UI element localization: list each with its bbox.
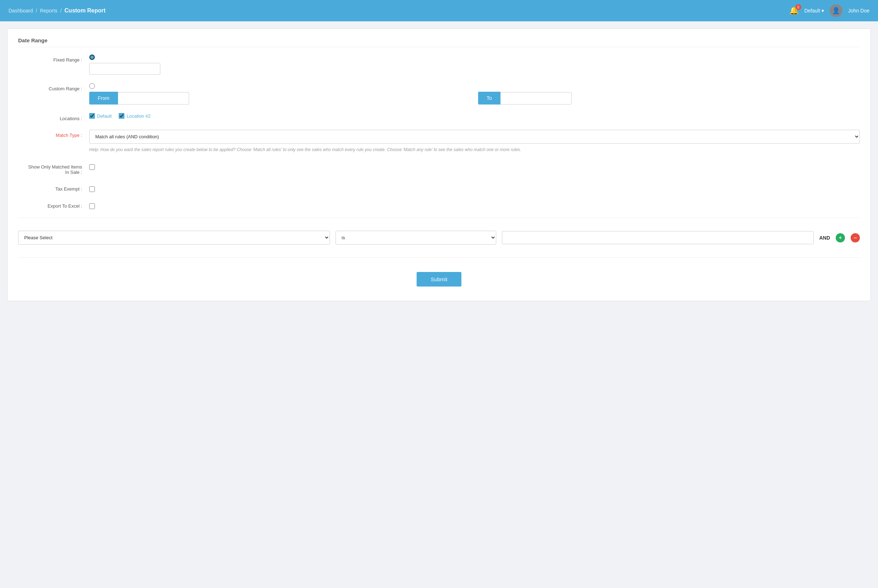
section-title: Date Range	[18, 38, 860, 47]
rule-row: Please Select is AND + −	[18, 225, 860, 250]
show-matched-control	[89, 161, 860, 170]
fixed-range-row: Fixed Range : Today	[18, 54, 860, 75]
from-button[interactable]: From	[89, 92, 118, 105]
notification-badge: 0	[796, 4, 801, 10]
rule-value-input[interactable]	[502, 231, 814, 244]
locations-label: Locations :	[18, 113, 89, 121]
location-default-label: Default	[97, 113, 112, 119]
match-type-select[interactable]: Match all rules (AND condition) Match an…	[89, 130, 860, 144]
export-excel-row: Export To Excel :	[18, 201, 860, 209]
match-type-label: Match Type :	[18, 130, 89, 138]
rule-field-select[interactable]: Please Select	[18, 231, 330, 244]
reports-link[interactable]: Reports	[40, 8, 57, 14]
tax-exempt-row: Tax Exempt :	[18, 183, 860, 192]
main-content: Date Range Fixed Range : Today Custom Ra…	[0, 21, 878, 308]
header: Dashboard / Reports / Custom Report 🔔 0 …	[0, 0, 878, 21]
chevron-down-icon: ▾	[821, 8, 824, 14]
avatar[interactable]: 👤	[830, 4, 842, 17]
export-excel-control	[89, 201, 860, 209]
location-default-item: Default	[89, 113, 112, 119]
locations-row: Locations : Default Location #2	[18, 113, 860, 121]
header-right: 🔔 0 Default ▾ 👤 John Doe	[789, 4, 869, 17]
fixed-range-radio[interactable]	[89, 54, 95, 60]
submit-row: Submit	[18, 265, 860, 290]
page-title: Custom Report	[64, 8, 106, 14]
breadcrumb-sep1: /	[36, 8, 37, 14]
show-matched-label: Show Only Matched Items In Sale :	[18, 161, 89, 175]
submit-button[interactable]: Submit	[417, 272, 462, 286]
custom-range-radio-row	[89, 83, 860, 89]
add-rule-button[interactable]: +	[836, 233, 845, 243]
remove-rule-button[interactable]: −	[851, 233, 860, 243]
fixed-range-label: Fixed Range :	[18, 54, 89, 63]
fixed-range-radio-row	[89, 54, 860, 60]
location2-label: Location #2	[127, 113, 150, 119]
date-range-card: Date Range Fixed Range : Today Custom Ra…	[7, 28, 871, 301]
breadcrumb-sep2: /	[60, 8, 61, 14]
from-date-input[interactable]: 12/16/2016	[118, 92, 189, 105]
from-date-group: From 12/16/2016	[89, 92, 471, 105]
to-date-group: To 12/16/2016	[478, 92, 860, 105]
divider	[18, 218, 860, 218]
tax-exempt-label: Tax Exempt :	[18, 183, 89, 192]
match-type-controls: Match all rules (AND condition) Match an…	[89, 130, 860, 153]
show-matched-row: Show Only Matched Items In Sale :	[18, 161, 860, 175]
export-excel-label: Export To Excel :	[18, 201, 89, 208]
notification-bell[interactable]: 🔔 0	[789, 6, 799, 15]
date-range-inputs: From 12/16/2016 To 12/16/2016	[89, 92, 860, 105]
default-label: Default	[805, 8, 820, 14]
breadcrumb: Dashboard / Reports / Custom Report	[9, 8, 106, 14]
username: John Doe	[848, 8, 869, 14]
avatar-icon: 👤	[832, 7, 840, 15]
custom-range-row: Custom Range : From 12/16/2016 To 12/16/…	[18, 83, 860, 105]
show-matched-checkbox[interactable]	[89, 164, 95, 170]
and-label: AND	[820, 235, 830, 241]
bottom-divider	[18, 257, 860, 258]
to-button[interactable]: To	[478, 92, 500, 105]
match-type-help: Help: How do you want the sales report r…	[89, 147, 860, 153]
fixed-range-input[interactable]: Today	[89, 63, 160, 75]
location2-checkbox[interactable]	[119, 113, 124, 119]
rule-operator-select[interactable]: is	[336, 231, 496, 244]
location2-item: Location #2	[119, 113, 150, 119]
custom-range-radio[interactable]	[89, 83, 95, 89]
custom-range-label: Custom Range :	[18, 83, 89, 92]
tax-exempt-control	[89, 183, 860, 192]
dashboard-link[interactable]: Dashboard	[9, 8, 33, 14]
custom-range-controls: From 12/16/2016 To 12/16/2016	[89, 83, 860, 105]
locations-controls: Default Location #2	[89, 113, 860, 119]
fixed-range-controls: Today	[89, 54, 860, 75]
export-excel-checkbox[interactable]	[89, 203, 95, 209]
default-workspace-button[interactable]: Default ▾	[805, 8, 824, 14]
match-type-row: Match Type : Match all rules (AND condit…	[18, 130, 860, 153]
location-checkboxes: Default Location #2	[89, 113, 860, 119]
to-date-input[interactable]: 12/16/2016	[500, 92, 572, 105]
tax-exempt-checkbox[interactable]	[89, 186, 95, 192]
location-default-checkbox[interactable]	[89, 113, 95, 119]
